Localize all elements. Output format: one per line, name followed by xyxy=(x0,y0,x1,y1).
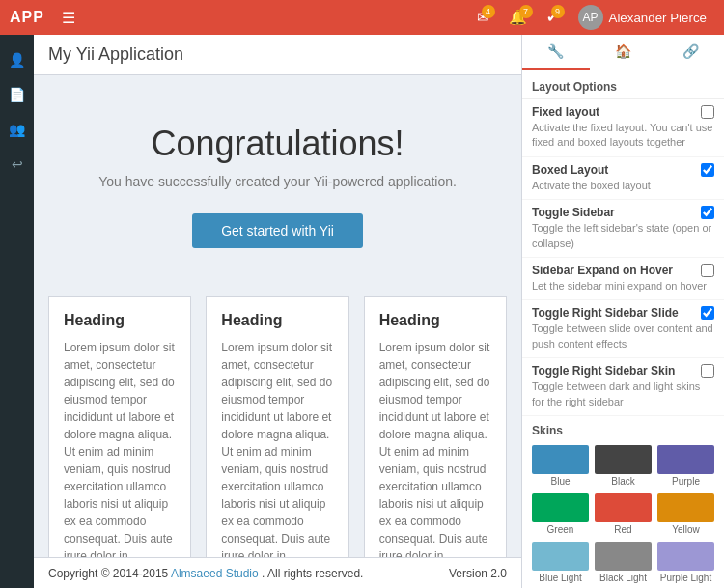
cards-section: Heading Lorem ipsum dolor sit amet, cons… xyxy=(34,277,521,557)
option-fixed-layout: Fixed layout Activate the fixed layout. … xyxy=(522,99,724,157)
card-1-body: Lorem ipsum dolor sit amet, consectetur … xyxy=(64,339,176,557)
option-fixed-layout-checkbox[interactable] xyxy=(701,105,714,119)
sidebar-item-group[interactable]: 👥 xyxy=(0,114,34,145)
option-right-sidebar-slide: Toggle Right Sidebar Slide Toggle betwee… xyxy=(522,300,724,358)
card-2-body: Lorem ipsum dolor sit amet, consectetur … xyxy=(221,339,333,557)
option-boxed-layout-label: Boxed Layout xyxy=(532,163,608,177)
skin-blue[interactable]: Blue xyxy=(532,445,589,488)
card-3: Heading Lorem ipsum dolor sit amet, cons… xyxy=(364,296,507,557)
card-1-heading: Heading xyxy=(64,312,176,329)
option-right-sidebar-skin-label: Toggle Right Sidebar Skin xyxy=(532,364,675,378)
option-sidebar-expand: Sidebar Expand on Hover Let the sidebar … xyxy=(522,258,724,300)
page-header: My Yii Application xyxy=(34,35,521,75)
option-right-sidebar-slide-label: Toggle Right Sidebar Slide xyxy=(532,306,679,320)
option-boxed-layout-desc: Activate the boxed layout xyxy=(532,179,714,193)
skin-black-light[interactable]: Black Light xyxy=(595,542,652,584)
option-fixed-layout-desc: Activate the fixed layout. You can't use… xyxy=(532,121,714,151)
messages-badge: 4 xyxy=(482,5,495,18)
option-right-sidebar-slide-checkbox[interactable] xyxy=(701,306,714,320)
skin-green[interactable]: Green xyxy=(532,493,589,536)
left-sidebar: 👤 📄 👥 ↩ xyxy=(0,35,34,588)
hero-subtitle: You have successfully created your Yii-p… xyxy=(53,174,502,189)
main-content: My Yii Application Congratulations! You … xyxy=(34,35,521,557)
tasks-badge: 9 xyxy=(551,5,565,18)
footer-version: Version 2.0 xyxy=(449,567,507,580)
footer-rights: . All rights reserved. xyxy=(262,567,363,580)
get-started-button[interactable]: Get started with Yii xyxy=(192,213,363,248)
skin-blue-light[interactable]: Blue Light xyxy=(532,542,589,584)
option-fixed-layout-label: Fixed layout xyxy=(532,105,599,119)
card-2: Heading Lorem ipsum dolor sit amet, cons… xyxy=(206,296,348,557)
skins-grid: Blue Black Purple Green Red Yellow Blue … xyxy=(522,441,724,588)
option-sidebar-expand-desc: Let the sidebar mini expand on hover xyxy=(532,279,714,294)
avatar: AP xyxy=(578,5,603,30)
hero-title: Congratulations! xyxy=(53,124,502,164)
tab-home[interactable]: 🏠 xyxy=(590,35,657,70)
tasks-button[interactable]: ✔ 9 xyxy=(539,5,567,30)
navbar-right: ✉ 4 🔔 7 ✔ 9 AP Alexander Pierce xyxy=(469,5,715,30)
notifications-button[interactable]: 🔔 7 xyxy=(501,5,535,30)
skin-purple[interactable]: Purple xyxy=(657,445,714,488)
skins-title: Skins xyxy=(522,416,724,441)
skin-yellow[interactable]: Yellow xyxy=(657,493,714,536)
sidebar-item-file[interactable]: 📄 xyxy=(0,79,34,110)
sidebar-item-reply[interactable]: ↩ xyxy=(0,149,34,180)
app-brand: APP xyxy=(10,9,44,26)
footer-copyright: Copyright © 2014-2015 Almsaeed Studio . … xyxy=(48,567,363,580)
user-menu-button[interactable]: AP Alexander Pierce xyxy=(571,5,715,30)
skin-red[interactable]: Red xyxy=(595,493,652,536)
layout-options-title: Layout Options xyxy=(522,70,724,99)
option-right-sidebar-skin-checkbox[interactable] xyxy=(701,364,714,378)
option-boxed-layout: Boxed Layout Activate the boxed layout xyxy=(522,157,724,200)
option-toggle-sidebar: Toggle Sidebar Toggle the left sidebar's… xyxy=(522,200,724,258)
option-right-sidebar-skin: Toggle Right Sidebar Skin Toggle between… xyxy=(522,358,724,416)
right-sidebar-tabs: 🔧 🏠 🔗 xyxy=(522,35,724,70)
right-sidebar: 🔧 🏠 🔗 Layout Options Fixed layout Activa… xyxy=(521,35,724,588)
hero-section: Congratulations! You have successfully c… xyxy=(34,75,521,277)
top-navbar: APP ☰ ✉ 4 🔔 7 ✔ 9 AP Alexander Pierce xyxy=(0,0,724,35)
page-title: My Yii Application xyxy=(48,44,183,65)
footer-company-link[interactable]: Almsaeed Studio xyxy=(171,567,259,580)
card-3-heading: Heading xyxy=(379,312,491,329)
option-toggle-sidebar-label: Toggle Sidebar xyxy=(532,206,615,219)
notifications-badge: 7 xyxy=(519,5,533,18)
footer-copyright-text: Copyright © 2014-2015 xyxy=(48,567,168,580)
option-right-sidebar-skin-desc: Toggle between dark and light skins for … xyxy=(532,379,714,409)
page-footer: Copyright © 2014-2015 Almsaeed Studio . … xyxy=(34,557,521,588)
tab-settings[interactable]: 🔧 xyxy=(522,35,590,70)
skin-black[interactable]: Black xyxy=(595,445,652,488)
option-sidebar-expand-checkbox[interactable] xyxy=(701,264,714,277)
user-name: Alexander Pierce xyxy=(609,11,708,25)
skin-purple-light[interactable]: Purple Light xyxy=(657,542,714,584)
card-2-heading: Heading xyxy=(221,312,333,329)
option-sidebar-expand-label: Sidebar Expand on Hover xyxy=(532,264,673,277)
option-right-sidebar-slide-desc: Toggle between slide over content and pu… xyxy=(532,322,714,351)
sidebar-item-user[interactable]: 👤 xyxy=(0,44,34,75)
card-3-body: Lorem ipsum dolor sit amet, consectetur … xyxy=(379,339,491,557)
option-toggle-sidebar-checkbox[interactable] xyxy=(701,206,714,219)
messages-button[interactable]: ✉ 4 xyxy=(469,5,497,30)
option-boxed-layout-checkbox[interactable] xyxy=(701,163,714,177)
tab-share[interactable]: 🔗 xyxy=(656,35,724,70)
sidebar-toggle-button[interactable]: ☰ xyxy=(54,9,83,27)
card-1: Heading Lorem ipsum dolor sit amet, cons… xyxy=(48,296,191,557)
option-toggle-sidebar-desc: Toggle the left sidebar's state (open or… xyxy=(532,221,714,251)
